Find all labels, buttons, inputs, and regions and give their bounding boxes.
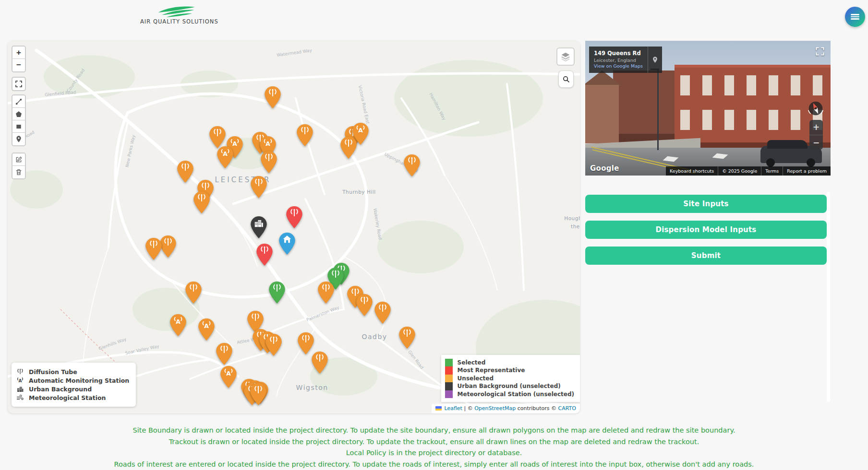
fullscreen-icon [15,80,23,88]
diffusion-tube-marker[interactable] [265,333,282,356]
street-view-house [585,85,619,143]
draw-marker-button[interactable] [12,133,25,145]
antenna-icon [250,312,261,323]
fullscreen-button[interactable] [12,77,26,91]
zoom-out-button[interactable]: − [12,59,25,71]
diffusion-tube-marker[interactable] [185,281,202,304]
marker-tool-icon [15,135,23,143]
dispersion-model-inputs-button[interactable]: Dispersion Model Inputs [585,221,827,239]
carto-link[interactable]: CARTO [558,405,576,411]
footer-notes: Site Boundary is drawn or located inside… [0,425,868,470]
building-icon [16,385,25,393]
diffusion-tube-marker[interactable] [250,176,267,199]
svg-text:A: A [204,322,209,329]
antenna-icon [314,353,325,364]
legend-type-row: AAutomatic Monitoring Station [16,376,129,385]
marker-type-legend: Diffusion TubeAAutomatic Monitoring Stat… [12,363,136,407]
diffusion-tube-marker[interactable] [145,237,162,260]
osm-link[interactable]: OpenStreetMap [474,405,516,411]
keyboard-shortcuts-link[interactable]: Keyboard shortcuts [666,166,718,176]
diffusion-tube-marker[interactable] [296,124,313,147]
street-view-panel[interactable]: 149 Queens Rd Leicester, England View on… [585,41,831,176]
zoom-control: + − [12,46,26,72]
most-representative-marker[interactable] [256,243,273,266]
diffusion-tube-marker[interactable] [193,191,210,214]
action-button-panel: Site InputsDispersion Model InputsSubmit [585,195,827,272]
diffusion-tube-marker[interactable] [264,86,281,109]
street-view-locality: Leicester, England [594,58,643,63]
building-icon [253,218,264,228]
antenna-icon [253,177,264,188]
footer-note: Trackout is drawn or located inside the … [0,436,868,448]
site-inputs-button[interactable]: Site Inputs [585,195,827,213]
diffusion-tube-marker[interactable] [403,154,421,177]
diffusion-tube-marker[interactable] [250,383,267,406]
home-icon [282,234,292,245]
svg-text:A: A [359,127,363,134]
antenna-icon [212,128,223,138]
diffusion-tube-marker[interactable] [209,126,226,149]
antenna-icon [267,88,278,98]
map-canvas[interactable]: LEICESTEROadbyWigstonThurnby HillHoughth… [8,41,580,413]
diffusion-tube-marker[interactable] [340,136,357,159]
diffusion-tube-marker[interactable] [311,351,328,374]
ams-icon: A [355,124,366,135]
draw-toolbar [12,94,26,146]
diffusion-tube-marker[interactable] [260,151,277,174]
monitoring-station-marker[interactable]: A [198,318,215,341]
legend-color-label: Urban Background (unselected) [458,383,561,389]
footer-note: Local Policy is in the project directory… [0,447,868,459]
report-problem-link[interactable]: Report a problem [783,166,831,176]
search-icon [562,75,570,83]
panel-scrollbar[interactable] [827,192,830,402]
logo: AIR QUALITY SOLUTIONS [140,4,212,25]
street-view-fullscreen-button[interactable] [815,47,825,58]
delete-layers-button[interactable] [12,166,25,178]
rectangle-icon [15,123,23,130]
view-on-google-maps-link[interactable]: View on Google Maps [594,63,643,69]
svg-text:A: A [265,140,270,147]
legend-color-swatch [445,390,453,399]
city-label: Thurnby Hill [342,189,375,195]
layers-button[interactable] [556,47,575,66]
street-view-building [613,70,675,143]
selected-marker[interactable] [268,281,286,304]
leaflet-link[interactable]: Leaflet [444,405,462,411]
monitoring-station-marker[interactable]: A [169,314,187,337]
sv-zoom-in-button[interactable]: + [809,120,823,135]
diffusion-tube-marker[interactable] [356,294,373,317]
svg-text:A: A [223,150,228,157]
monitoring-station-marker[interactable]: A [220,365,237,388]
zoom-in-button[interactable]: + [12,47,25,59]
antenna-icon [16,368,25,376]
diffusion-tube-marker[interactable] [374,301,391,324]
search-button[interactable] [558,70,574,88]
legend-color-swatch [445,382,453,390]
urban-background-marker[interactable] [250,216,267,239]
diffusion-tube-marker[interactable] [398,326,416,349]
antenna-icon [200,181,211,192]
draw-polyline-button[interactable] [12,95,25,108]
city-label: Wigston [296,384,328,391]
terms-link[interactable]: Terms [761,166,783,176]
draw-rectangle-button[interactable] [12,120,25,133]
legend-color-label: Selected [458,359,486,366]
submit-button[interactable]: Submit [585,247,827,265]
diffusion-tube-marker[interactable] [177,160,194,183]
draw-polygon-button[interactable] [12,108,25,120]
most-representative-marker[interactable] [286,206,303,229]
edit-layers-button[interactable] [12,153,25,166]
city-label: the [571,223,580,229]
street-view-bottom-bar: Keyboard shortcuts © 2025 Google Terms R… [666,166,831,176]
sv-zoom-out-button[interactable]: − [809,135,823,150]
compass-control[interactable] [806,98,826,118]
marker-color-legend: SelectedMost RepresentativeUnselectedUrb… [441,355,580,402]
menu-button[interactable] [845,7,865,27]
monitoring-station-marker[interactable]: A [217,146,234,169]
map-pin-icon[interactable] [648,47,662,73]
site-location-marker[interactable] [278,232,296,255]
diffusion-tube-marker[interactable] [216,342,233,365]
page: AIR QUALITY SOLUTIONS [0,0,868,470]
diffusion-tube-marker[interactable] [317,281,335,304]
svg-text:A: A [176,317,181,325]
